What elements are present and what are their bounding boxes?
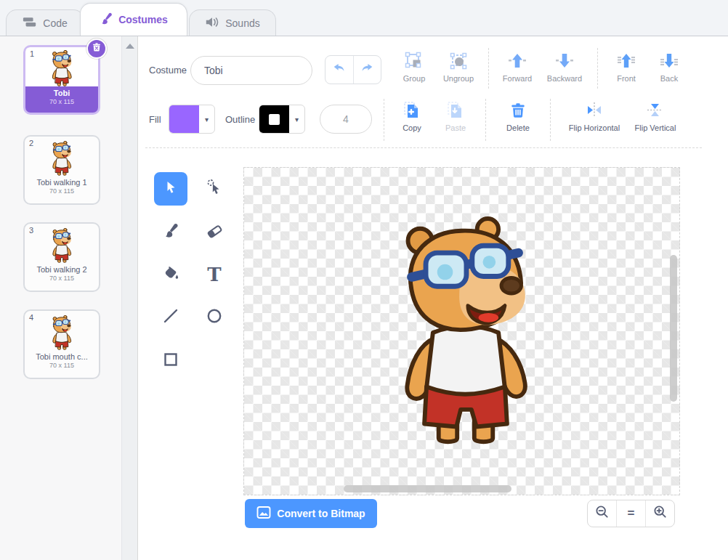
costume-name: Tobi walking 2 <box>25 265 99 274</box>
costume-name: Tobi mouth c... <box>25 352 99 361</box>
ungroup-icon <box>435 51 482 71</box>
cursor-arrow-icon <box>162 179 179 199</box>
convert-to-bitmap-label: Convert to Bitmap <box>277 508 365 519</box>
canvas-horizontal-scrollbar[interactable] <box>344 485 511 492</box>
fill-color-picker[interactable]: ▾ <box>169 105 215 134</box>
toolbar-divider <box>384 99 384 141</box>
line-tool[interactable] <box>154 301 187 334</box>
costume-size: 70 x 115 <box>25 187 99 195</box>
zoom-in-button[interactable] <box>645 500 674 527</box>
circle-icon <box>206 307 223 328</box>
back-arrow-icon <box>646 51 692 71</box>
eraser-tool[interactable] <box>198 216 231 249</box>
brush-tool[interactable] <box>154 216 187 249</box>
eraser-icon <box>206 222 223 243</box>
costume-number: 1 <box>30 49 34 58</box>
costume-name: Tobi <box>25 89 98 97</box>
group-button[interactable]: Group <box>391 51 437 89</box>
fill-tool[interactable] <box>154 258 187 291</box>
reshape-tool[interactable] <box>198 172 231 206</box>
paint-canvas[interactable] <box>243 167 680 495</box>
costume-list-scrollbar[interactable] <box>121 36 137 560</box>
text-tool-icon: T <box>207 265 221 284</box>
tab-code[interactable]: Code <box>6 9 84 36</box>
costume-artwork-bear[interactable] <box>390 216 540 447</box>
tab-costumes-label: Costumes <box>118 14 168 25</box>
paste-label: Paste <box>432 123 479 132</box>
zoom-reset-icon: = <box>628 506 635 521</box>
forward-button[interactable]: Forward <box>494 51 541 89</box>
costume-size: 70 x 115 <box>25 275 99 282</box>
zoom-reset-button[interactable]: = <box>616 500 645 527</box>
flip-horizontal-label: Flip Horizontal <box>558 123 631 132</box>
scratch-paint-editor: Code Costumes Sounds 1 Tobi 70 x 115 <box>0 0 728 560</box>
ungroup-button[interactable]: Ungroup <box>435 51 482 89</box>
editor-tab-bar: Code Costumes Sounds <box>0 0 728 36</box>
copy-button[interactable]: Copy <box>389 100 435 138</box>
back-button[interactable]: Back <box>646 51 692 89</box>
delete-label: Delete <box>495 123 541 132</box>
ungroup-label: Ungroup <box>435 74 482 83</box>
backward-arrow-icon <box>541 51 588 71</box>
costume-number: 4 <box>29 313 33 322</box>
costume-number: 2 <box>29 139 33 147</box>
redo-button[interactable] <box>353 56 381 84</box>
rectangle-tool[interactable] <box>154 344 187 378</box>
chevron-down-icon: ▾ <box>199 105 214 133</box>
paste-button[interactable]: Paste <box>432 100 479 138</box>
text-tool[interactable]: T <box>198 258 231 291</box>
zoom-out-icon <box>594 504 610 523</box>
flip-vertical-button[interactable]: Flip Vertical <box>622 100 689 138</box>
image-icon <box>256 506 271 521</box>
costume-name-input[interactable] <box>190 56 312 85</box>
stroke-width-input[interactable] <box>320 105 372 134</box>
copy-icon <box>389 100 435 121</box>
paint-bucket-icon <box>162 265 179 284</box>
backward-button[interactable]: Backward <box>541 51 588 89</box>
costume-name-label: Costume <box>149 65 187 76</box>
undo-icon <box>331 60 347 79</box>
flip-vertical-icon <box>622 100 689 121</box>
select-tool[interactable] <box>154 172 187 206</box>
undo-button[interactable] <box>325 56 353 84</box>
flip-horizontal-icon <box>558 100 631 121</box>
costume-name: Tobi walking 1 <box>25 178 99 187</box>
forward-label: Forward <box>494 74 541 83</box>
costume-thumbnail <box>25 311 99 350</box>
canvas-vertical-scrollbar[interactable] <box>670 255 677 402</box>
forward-arrow-icon <box>494 51 541 71</box>
flip-horizontal-button[interactable]: Flip Horizontal <box>558 100 631 138</box>
tab-sounds-label: Sounds <box>225 17 259 29</box>
front-arrow-icon <box>603 51 650 71</box>
trash-icon <box>92 42 102 55</box>
tab-costumes[interactable]: Costumes <box>80 3 187 36</box>
copy-label: Copy <box>389 123 435 132</box>
toolbar-divider <box>488 48 489 89</box>
brush-icon <box>163 223 179 242</box>
convert-to-bitmap-button[interactable]: Convert to Bitmap <box>245 499 377 528</box>
costume-size: 70 x 115 <box>25 98 98 105</box>
costume-item-tobi-mouth-closed[interactable]: 4 Tobi mouth c... 70 x 115 <box>23 309 100 379</box>
scroll-up-icon[interactable] <box>126 44 134 49</box>
zoom-out-button[interactable] <box>588 500 616 527</box>
paint-brush-icon <box>100 12 113 28</box>
front-button[interactable]: Front <box>603 51 650 89</box>
tab-sounds[interactable]: Sounds <box>189 9 276 36</box>
fill-label: Fill <box>149 114 161 125</box>
costume-item-tobi[interactable]: 1 Tobi 70 x 115 <box>23 45 100 115</box>
outline-color-picker[interactable]: ▾ <box>259 105 305 134</box>
toolbar-divider <box>485 99 486 141</box>
tab-code-label: Code <box>43 17 67 29</box>
reshape-icon <box>206 179 223 199</box>
costume-item-tobi-walking-1[interactable]: 2 Tobi walking 1 70 x 115 <box>23 135 100 205</box>
delete-costume-button[interactable] <box>86 38 107 59</box>
circle-tool[interactable] <box>198 301 231 334</box>
front-label: Front <box>603 74 650 83</box>
line-icon <box>162 307 179 328</box>
costume-item-tobi-walking-2[interactable]: 3 Tobi walking 2 70 x 115 <box>23 222 100 292</box>
delete-button[interactable]: Delete <box>495 100 541 138</box>
toolbar-bottom-divider <box>145 147 702 148</box>
toolbar-divider <box>597 48 598 89</box>
flip-vertical-label: Flip Vertical <box>622 123 689 132</box>
costume-list-panel: 1 Tobi 70 x 115 2 Tobi walking 1 70 x 11… <box>0 36 138 560</box>
